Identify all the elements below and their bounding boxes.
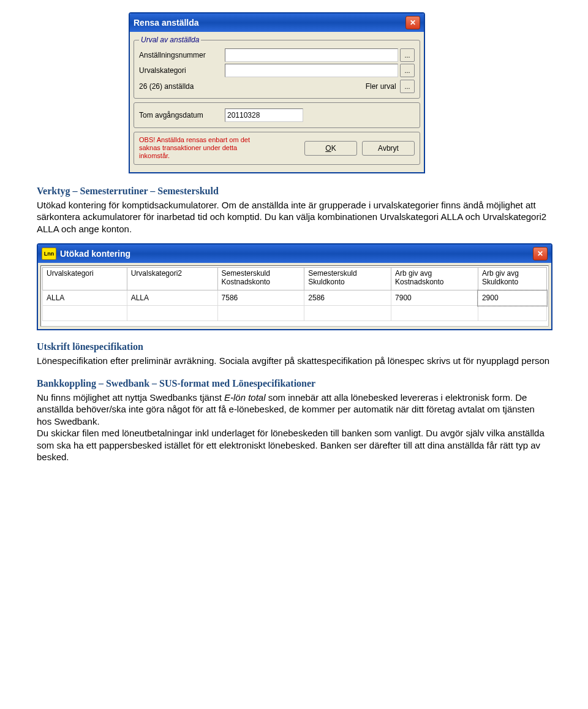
cancel-button[interactable]: Avbryt: [362, 141, 415, 156]
close-icon[interactable]: ✕: [533, 247, 548, 260]
warning-text: OBS! Anställda rensas enbart om det sakn…: [139, 136, 255, 161]
col-sem-skuldkonto[interactable]: Semesterskuld Skuldkonto: [304, 268, 391, 290]
label-tom-avgangsdatum: Tom avgångsdatum: [139, 111, 225, 119]
col-arb-kostnadskonto[interactable]: Arb giv avg Kostnadskonto: [391, 268, 478, 290]
group-legend: Urval av anställda: [139, 36, 201, 44]
heading-lonespecifikation: Utskrift lönespecifikation: [37, 341, 551, 352]
body-bankkoppling: Nu finns möjlighet att nyttja Swedbanks …: [37, 392, 551, 463]
heading-semesterskuld: Verktyg – Semesterrutiner – Semesterskul…: [37, 186, 551, 197]
heading-bankkoppling: Bankkoppling – Swedbank – SUS-format med…: [37, 378, 551, 389]
anstallningsnummer-input[interactable]: [225, 48, 398, 62]
dialog1-title: Rensa anställda: [134, 18, 199, 28]
kontering-table: Urvalskategori Urvalskategori2 Semesters…: [42, 267, 547, 321]
col-arb-skuldkonto[interactable]: Arb giv avg Skuldkonto: [478, 268, 546, 290]
dialog-rensa-anstallda: Rensa anställda ✕ Urval av anställda Ans…: [129, 12, 425, 173]
label-anstallningsnummer: Anställningsnummer: [139, 51, 225, 59]
table-row-empty[interactable]: [43, 306, 547, 321]
cell[interactable]: ALLA: [127, 290, 217, 306]
col-urvalskategori[interactable]: Urvalskategori: [43, 268, 127, 290]
cell[interactable]: 7900: [391, 290, 478, 306]
body-semesterskuld: Utökad kontering för komptidsackumulator…: [37, 199, 551, 235]
dialog2-title: Utökad kontering: [60, 249, 130, 259]
cell[interactable]: 2586: [304, 290, 391, 306]
close-icon[interactable]: ✕: [405, 16, 420, 29]
cell-editing[interactable]: 2900: [478, 290, 546, 306]
urvalskategori-input[interactable]: [225, 64, 398, 77]
browse-urvalskategori-button[interactable]: ...: [400, 64, 415, 77]
employee-count-text: 26 (26) anställda: [139, 82, 194, 91]
cell[interactable]: ALLA: [43, 290, 127, 306]
dialog-utokad-kontering: Lnn Utökad kontering ✕ Urvalskategori: [37, 243, 552, 330]
ok-button[interactable]: OK: [304, 141, 357, 156]
dialog1-titlebar[interactable]: Rensa anställda ✕: [130, 13, 424, 32]
label-urvalskategori: Urvalskategori: [139, 66, 225, 75]
tom-avgangsdatum-input[interactable]: [225, 108, 303, 122]
dialog2-titlebar[interactable]: Lnn Utökad kontering ✕: [38, 245, 551, 263]
table-row[interactable]: ALLA ALLA 7586 2586 7900 2900: [43, 290, 547, 306]
col-urvalskategori2[interactable]: Urvalskategori2: [127, 268, 217, 290]
body-lonespecifikation: Lönespecifikation efter preliminär avräk…: [37, 355, 551, 367]
label-fler-urval: Fler urval: [366, 82, 396, 91]
cell[interactable]: 7586: [217, 290, 304, 306]
col-sem-kostnadskonto[interactable]: Semesterskuld Kostnadskonto: [217, 268, 304, 290]
italic-elon: E-lön total: [224, 392, 266, 403]
browse-anstallningsnummer-button[interactable]: ...: [400, 48, 415, 62]
app-icon: Lnn: [42, 248, 56, 260]
fler-urval-button[interactable]: ...: [400, 80, 415, 93]
group-urval-av-anstallda: Urval av anställda Anställningsnummer ..…: [134, 36, 420, 99]
